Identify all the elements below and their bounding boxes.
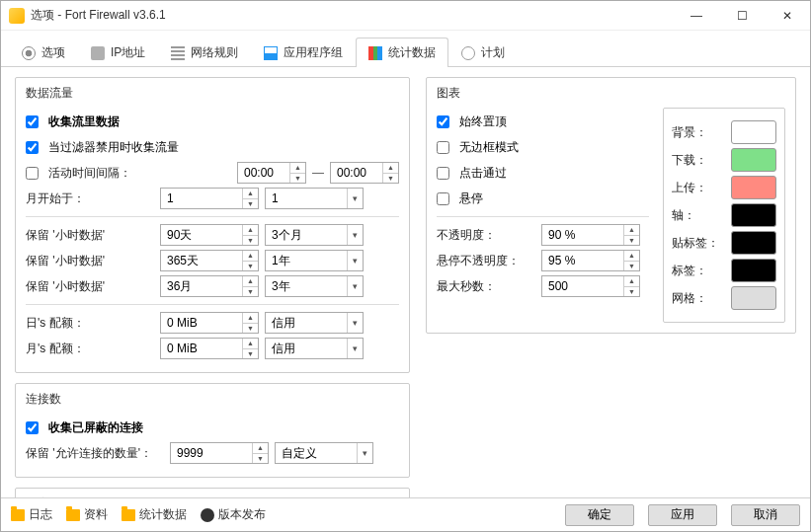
footer: 日志 资料 统计数据 版本发布 确定 应用 取消 [1,497,810,531]
minimize-button[interactable]: — [674,1,719,31]
day-quota-label: 日's 配额： [26,315,154,332]
keep-hour3-label: 保留 '小时数据' [26,278,154,295]
footer-stats-link[interactable]: 统计数据 [122,506,187,523]
dl-color-swatch[interactable] [731,148,776,172]
grid-color-swatch[interactable] [731,286,776,310]
collect-traffic-label: 收集流里数据 [48,114,120,130]
hover-label: 悬停 [459,190,483,207]
maximize-button[interactable]: ☐ [719,1,765,31]
traffic-group: 数据流量 收集流里数据 当过滤器禁用时收集流量 活动时间间隔： 00:00▲▼ … [15,77,410,373]
ul-color-label: 上传： [672,180,721,196]
ticklbl-color-label: 贴标签： [672,235,721,252]
max-seconds-spin[interactable]: 500▲▼ [541,275,640,297]
footer-release-link[interactable]: 版本发布 [201,506,266,523]
keep-allowed-spin[interactable]: 9999▲▼ [170,442,269,464]
github-icon [201,508,214,522]
ok-button[interactable]: 确定 [565,504,634,526]
tab-ip[interactable]: IP地址 [78,38,158,67]
collect-when-disabled-checkbox[interactable] [26,141,39,154]
always-top-checkbox[interactable] [437,115,449,128]
cancel-button[interactable]: 取消 [731,504,800,526]
keep-allowed-label: 保留 '允许连接的数量'： [26,445,164,462]
month-start-label: 月开始于： [26,190,154,207]
window-buttons: — ☐ ✕ [674,1,810,31]
keep-hour3-spin[interactable]: 36月▲▼ [160,275,259,297]
chart-group: 图表 始终置顶 无边框模式 点击通过 悬停 不透明度： 90 %▲▼ 悬停不透明… [426,77,796,334]
apply-button[interactable]: 应用 [648,504,717,526]
tab-schedule[interactable]: 计划 [448,38,518,67]
month-quota-select[interactable]: 信用 [265,338,364,359]
active-period-checkbox[interactable] [26,167,39,180]
app-icon [9,8,25,24]
ul-color-swatch[interactable] [731,176,776,199]
rules-icon [171,46,185,60]
collect-blocked-checkbox[interactable] [26,421,39,434]
time-from-input[interactable]: 00:00▲▼ [237,162,306,184]
keep-hour2-select[interactable]: 1年 [265,250,364,271]
color-panel: 背景： 下载： 上传： 轴： 贴标签： 标签： 网格： [663,108,785,323]
apps-icon [264,46,278,60]
always-top-label: 始终置顶 [459,114,507,130]
tab-apps[interactable]: 应用程序组 [251,38,356,67]
label-color-swatch[interactable] [731,259,776,282]
label-color-label: 标签： [672,263,721,279]
active-period-label: 活动时间间隔： [48,165,131,182]
tab-options[interactable]: 选项 [9,38,78,67]
titlebar: 选项 - Fort Firewall v3.6.1 — ☐ ✕ [1,1,810,31]
hover-opacity-label: 悬停不透明度： [437,253,535,269]
tab-rules[interactable]: 网络规则 [158,38,251,67]
traffic-legend: 数据流量 [22,85,77,102]
keep-hour2-spin[interactable]: 365天▲▼ [160,250,259,271]
folder-icon [122,509,135,521]
ticklbl-color-swatch[interactable] [731,231,776,255]
collect-blocked-label: 收集已屏蔽的连接 [48,419,143,436]
opacity-label: 不透明度： [437,227,535,244]
collect-traffic-checkbox[interactable] [26,115,39,128]
keep-hour1-label: 保留 '小时数据' [26,227,154,244]
gear-icon [22,46,36,60]
folder-icon [66,509,80,521]
grid-color-label: 网格： [672,290,721,307]
footer-log-link[interactable]: 日志 [11,506,52,523]
month-quota-spin[interactable]: 0 MiB▲▼ [160,338,259,359]
axis-color-label: 轴： [672,207,721,224]
axis-color-swatch[interactable] [731,203,776,227]
day-quota-select[interactable]: 信用 [265,312,364,334]
collect-when-disabled-label: 当过滤器禁用时收集流量 [48,139,179,156]
day-quota-spin[interactable]: 0 MiB▲▼ [160,312,259,334]
dl-color-label: 下载： [672,152,721,169]
ip-icon [91,46,105,60]
keep-hour1-spin[interactable]: 90天▲▼ [160,224,259,246]
keep-allowed-select[interactable]: 自定义 [275,442,373,464]
month-start-select[interactable]: 1 [265,188,364,209]
clock-icon [461,46,475,60]
frameless-label: 无边框模式 [459,139,519,156]
footer-data-link[interactable]: 资料 [66,506,108,523]
frameless-checkbox[interactable] [437,141,449,154]
close-button[interactable]: ✕ [765,1,810,31]
options-window: 选项 - Fort Firewall v3.6.1 — ☐ ✕ 选项 IP地址 … [0,0,811,532]
month-quota-label: 月's 配额： [26,341,154,357]
time-to-input[interactable]: 00:00▲▼ [330,162,399,184]
keep-hour3-select[interactable]: 3年 [265,275,364,297]
tab-statistics[interactable]: 统计数据 [356,38,448,67]
opacity-spin[interactable]: 90 %▲▼ [541,224,640,246]
click-through-label: 点击通过 [459,165,507,182]
folder-icon [11,509,25,521]
hover-opacity-spin[interactable]: 95 %▲▼ [541,250,640,271]
click-through-checkbox[interactable] [437,167,449,180]
bg-color-swatch[interactable] [731,120,776,144]
keep-hour1-select[interactable]: 3个月 [265,224,364,246]
content-area: 数据流量 收集流里数据 当过滤器禁用时收集流量 活动时间间隔： 00:00▲▼ … [1,67,810,497]
hover-checkbox[interactable] [437,192,449,205]
programs-group: 程序 收集新的屏蔽程序 [15,488,410,497]
max-seconds-label: 最大秒数： [437,278,535,295]
stats-icon [368,46,382,60]
keep-hour2-label: 保留 '小时数据' [26,253,154,269]
bg-color-label: 背景： [672,124,721,141]
window-title: 选项 - Fort Firewall v3.6.1 [31,7,674,24]
tab-bar: 选项 IP地址 网络规则 应用程序组 统计数据 计划 [1,31,810,67]
connections-legend: 连接数 [22,391,65,408]
month-start-spin[interactable]: 1▲▼ [160,188,259,209]
connections-group: 连接数 收集已屏蔽的连接 保留 '允许连接的数量'： 9999▲▼ 自定义 [15,383,410,478]
